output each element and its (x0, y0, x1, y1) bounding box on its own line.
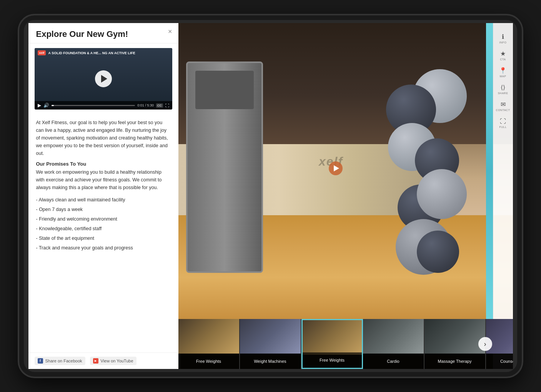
time-display: 0:01 / 5:30 (137, 103, 154, 107)
sidebar-item-cta[interactable]: ★ CTA (493, 48, 513, 64)
list-item: - Open 7 days a week (36, 205, 171, 214)
info-icon: ℹ (502, 34, 504, 40)
cta-label: CTA (500, 58, 506, 61)
exercise-ball-dark-4 (417, 231, 459, 273)
video-title-text: A SOLID FOUNDATION & A HE... NG AN ACTIV… (48, 51, 135, 55)
share-label: SHARE (498, 92, 508, 95)
sidebar-item-full[interactable]: ⛶ FULL (493, 115, 513, 131)
fullscreen-icon: ⛶ (500, 118, 506, 125)
youtube-icon: ▶ (93, 358, 98, 364)
promises-title: Our Promises To You (36, 161, 171, 167)
next-button[interactable]: › (478, 337, 492, 351)
view-youtube-label: View on YouTube (101, 359, 133, 363)
video-logo: xelf (38, 50, 46, 55)
thumbnail-4[interactable]: Cardio (363, 319, 424, 369)
sidebar-item-contact[interactable]: ✉ CONTACT (493, 98, 513, 115)
progress-fill (52, 105, 54, 106)
thumbnail-image-2 (240, 319, 301, 354)
map-icon: 📍 (499, 68, 507, 74)
video-controls: ▶ 🔊 0:01 / 5:30 CC ⛶ (35, 101, 172, 110)
star-icon: ★ (500, 51, 506, 57)
panel-content: At Xelf Fitness, our goal is to help you… (28, 114, 178, 352)
thumbnail-5[interactable]: Massage Therapy (424, 319, 486, 369)
thumbnail-image-3 (303, 320, 362, 355)
left-panel: Explore Our New Gym! × xelf A SOLID FOUN… (28, 23, 178, 369)
thumbnail-image-5 (424, 319, 485, 354)
list-item: - Track and measure your goals and progr… (36, 243, 171, 253)
panorama-view[interactable]: xelf ℹ INFO ★ CTA 📍 (178, 23, 513, 369)
sidebar-item-info[interactable]: ℹ INFO (493, 31, 513, 47)
list-item: - State of the art equipment (36, 234, 171, 243)
list-item: - Knowledgeable, certified staff (36, 224, 171, 234)
fullscreen-button[interactable]: ⛶ (165, 103, 169, 108)
contact-label: CONTACT (496, 109, 510, 111)
sidebar-item-map[interactable]: 📍 MAP (493, 65, 513, 81)
thumbnail-label-6: Counselling Area (486, 354, 513, 369)
volume-button[interactable]: 🔊 (43, 103, 49, 108)
panorama-play-button[interactable] (329, 161, 343, 175)
thumbnail-label-4: Cardio (363, 354, 424, 369)
tablet-frame: Explore Our New Gym! × xelf A SOLID FOUN… (19, 15, 522, 377)
video-player[interactable]: xelf A SOLID FOUNDATION & A HE... NG AN … (35, 48, 172, 110)
list-items: - Always clean and well maintained facil… (36, 195, 171, 253)
thumbnail-label-2: Weight Machines (240, 354, 301, 369)
machine-detail (195, 71, 254, 109)
play-pause-button[interactable]: ▶ (38, 103, 41, 108)
description-text-1: At Xelf Fitness, our goal is to help you… (36, 119, 171, 157)
info-label: INFO (499, 41, 507, 44)
close-button[interactable]: × (168, 28, 172, 36)
thumbnail-3-active[interactable]: Free Weights (301, 319, 363, 369)
video-background: xelf A SOLID FOUNDATION & A HE... NG AN … (35, 48, 172, 110)
share-icon: ⟨⟩ (501, 85, 505, 91)
panel-header: Explore Our New Gym! × (28, 23, 178, 43)
sidebar-icons: ℹ INFO ★ CTA 📍 MAP ⟨⟩ SHARE ✉ CONTACT (493, 23, 513, 369)
sidebar-item-share[interactable]: ⟨⟩ SHARE (493, 81, 513, 98)
map-label: MAP (500, 75, 506, 78)
thumbnail-1[interactable]: Free Weights (178, 319, 240, 369)
exercise-ball-gray-3 (417, 169, 467, 219)
panel-title: Explore Our New Gym! (36, 29, 171, 39)
promises-text: We work on empowering you to build a hea… (36, 168, 171, 191)
progress-bar[interactable] (52, 105, 135, 106)
full-label: FULL (499, 126, 506, 128)
weight-machine (186, 61, 263, 273)
panel-footer: f Share on Facebook ▶ View on YouTube (28, 352, 178, 369)
thumbnail-bar: Free Weights Weight Machines Free Weight… (178, 319, 513, 369)
thumbnail-label-3: Free Weights (303, 352, 362, 368)
play-icon (101, 75, 107, 83)
thumbnail-label-1: Free Weights (178, 354, 239, 369)
tablet-screen: Explore Our New Gym! × xelf A SOLID FOUN… (28, 23, 513, 369)
contact-icon: ✉ (501, 101, 506, 108)
view-youtube-button[interactable]: ▶ View on YouTube (90, 357, 136, 365)
share-facebook-label: Share on Facebook (45, 359, 82, 363)
thumbnail-label-5: Massage Therapy (424, 354, 485, 369)
share-facebook-button[interactable]: f Share on Facebook (35, 357, 85, 365)
list-item: - Friendly and welcoming environment (36, 214, 171, 224)
cc-button[interactable]: CC (156, 103, 163, 108)
video-play-button[interactable] (95, 70, 112, 87)
exercise-balls-rack (371, 54, 467, 292)
list-item: - Always clean and well maintained facil… (36, 195, 171, 205)
panorama-background: xelf (178, 23, 513, 369)
facebook-icon: f (38, 358, 43, 364)
teal-accent-bar (486, 23, 493, 319)
thumbnail-image-1 (178, 319, 239, 354)
thumbnail-2[interactable]: Weight Machines (240, 319, 301, 369)
thumbnail-image-4 (363, 319, 424, 354)
panorama-play-icon (334, 165, 339, 171)
